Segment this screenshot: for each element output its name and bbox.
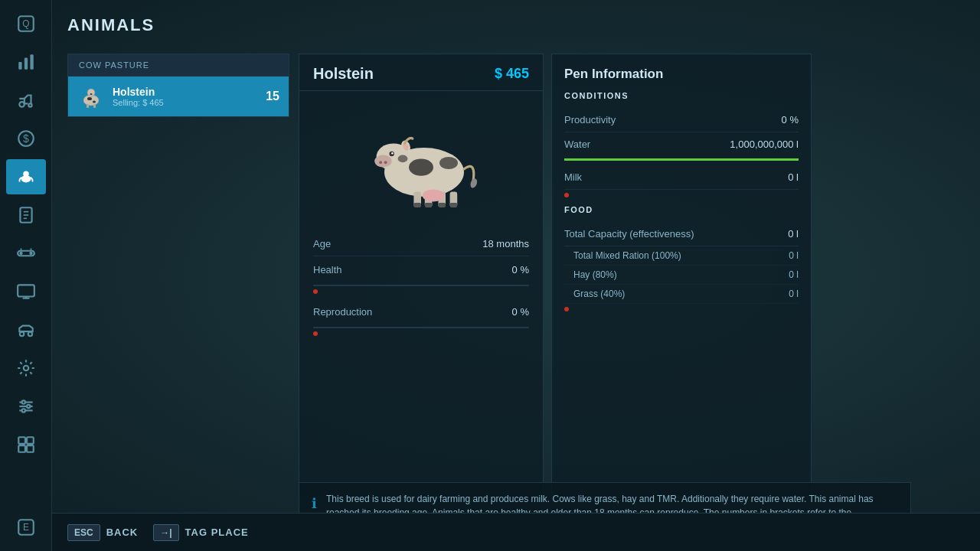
sidebar-item-q[interactable]: Q [6, 6, 46, 41]
svg-rect-20 [18, 285, 34, 296]
sidebar-item-stats[interactable] [6, 44, 46, 80]
svg-rect-33 [27, 437, 34, 444]
svg-rect-4 [30, 54, 33, 70]
sidebar: Q $ E [0, 0, 52, 551]
tag-place-label: TAG PLACE [185, 527, 249, 538]
svg-point-23 [19, 332, 23, 336]
back-label: BACK [106, 527, 139, 538]
svg-rect-3 [24, 58, 27, 70]
sidebar-item-settings[interactable] [6, 350, 46, 386]
svg-point-17 [29, 252, 32, 255]
esc-key: ESC [67, 524, 100, 541]
sidebar-item-money[interactable]: $ [6, 121, 46, 156]
tag-key: →| [153, 524, 178, 541]
svg-text:E: E [23, 522, 29, 533]
sidebar-item-monitor[interactable] [6, 274, 46, 309]
sidebar-item-contracts[interactable] [6, 197, 46, 233]
sidebar-item-vehicle2[interactable] [6, 312, 46, 347]
svg-text:$: $ [23, 132, 29, 145]
page-title: ANIMALS [67, 15, 965, 35]
svg-point-29 [21, 400, 24, 403]
svg-text:Q: Q [22, 18, 29, 29]
svg-point-30 [27, 405, 30, 408]
sidebar-item-e[interactable]: E [6, 510, 46, 545]
svg-rect-32 [18, 437, 25, 444]
svg-point-25 [23, 366, 28, 371]
svg-point-10 [23, 171, 28, 177]
svg-rect-34 [18, 445, 25, 452]
sidebar-item-tractor[interactable] [6, 83, 46, 118]
svg-point-31 [21, 409, 24, 412]
sidebar-item-modules[interactable] [6, 427, 46, 462]
svg-point-24 [28, 332, 31, 336]
svg-point-16 [19, 252, 22, 255]
tag-place-button[interactable]: →| TAG PLACE [153, 524, 249, 541]
bottom-bar: ESC BACK →| TAG PLACE [52, 513, 980, 551]
svg-rect-2 [18, 62, 21, 70]
sidebar-item-sliders[interactable] [6, 389, 46, 424]
sidebar-item-animals[interactable] [6, 159, 46, 194]
sidebar-item-conveyor[interactable] [6, 236, 46, 271]
svg-rect-35 [27, 445, 34, 452]
back-button[interactable]: ESC BACK [67, 524, 138, 541]
main-content: ANIMALS [52, 0, 980, 551]
svg-point-6 [28, 103, 31, 106]
